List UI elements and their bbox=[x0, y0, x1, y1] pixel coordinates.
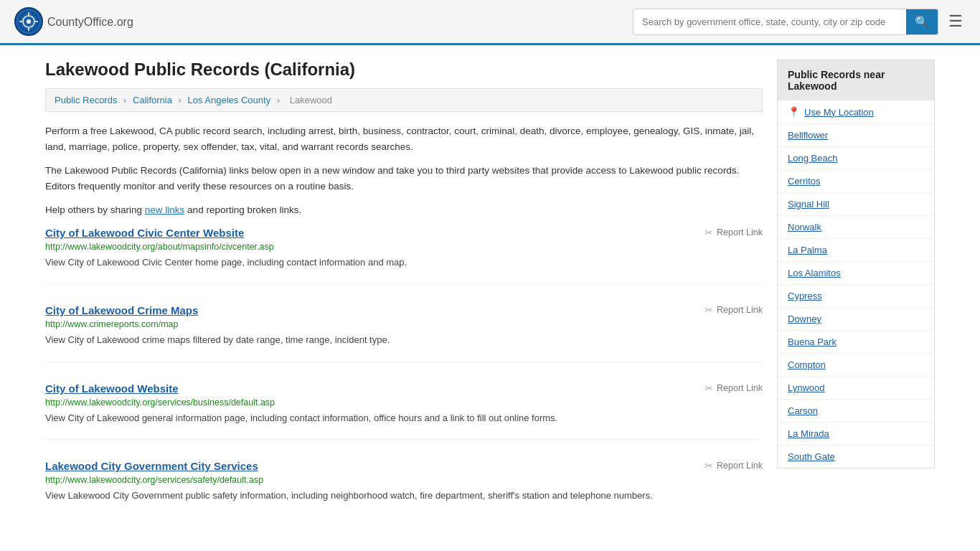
result-title-0[interactable]: City of Lakewood Civic Center Website bbox=[45, 227, 244, 239]
report-link-1[interactable]: ✂ Report Link bbox=[705, 304, 763, 316]
result-url-1[interactable]: http://www.crimereports.com/map bbox=[45, 319, 763, 329]
result-header-2: City of Lakewood Website ✂ Report Link bbox=[45, 382, 763, 395]
logo-suffix: .org bbox=[113, 16, 133, 28]
report-link-icon-3: ✂ bbox=[705, 460, 713, 471]
breadcrumb-lakewood: Lakewood bbox=[290, 95, 332, 105]
page-title: Lakewood Public Records (California) bbox=[45, 60, 763, 80]
result-entry-2: City of Lakewood Website ✂ Report Link h… bbox=[45, 382, 763, 441]
logo-name: CountyOffice bbox=[47, 16, 113, 28]
result-title-1[interactable]: City of Lakewood Crime Maps bbox=[45, 304, 198, 316]
report-link-icon-2: ✂ bbox=[705, 382, 713, 394]
sidebar-nearby-long-beach[interactable]: Long Beach bbox=[778, 147, 934, 170]
sidebar-nearby-lynwood[interactable]: Lynwood bbox=[778, 377, 934, 400]
sidebar-nearby-la-palma[interactable]: La Palma bbox=[778, 239, 934, 262]
sidebar-nearby-list: BellflowerLong BeachCerritosSignal HillN… bbox=[778, 124, 934, 468]
breadcrumb-public-records[interactable]: Public Records bbox=[55, 95, 117, 105]
menu-button[interactable]: ☰ bbox=[946, 9, 966, 34]
report-link-icon-0: ✂ bbox=[705, 227, 713, 238]
site-header: CountyOffice.org 🔍 ☰ bbox=[0, 0, 980, 45]
report-link-label-1: Report Link bbox=[717, 305, 763, 315]
sidebar-nearby-south-gate[interactable]: South Gate bbox=[778, 446, 934, 468]
report-link-label-2: Report Link bbox=[717, 383, 763, 393]
sidebar-nearby-cerritos[interactable]: Cerritos bbox=[778, 170, 934, 193]
use-my-location-link[interactable]: Use My Location bbox=[804, 107, 874, 118]
breadcrumb-california[interactable]: California bbox=[133, 95, 172, 105]
result-desc-3: View Lakewood City Government public saf… bbox=[45, 489, 763, 503]
logo-text: CountyOffice.org bbox=[47, 14, 133, 29]
location-pin-icon: 📍 bbox=[788, 106, 800, 118]
sidebar-nearby-bellflower[interactable]: Bellflower bbox=[778, 124, 934, 147]
results-list: City of Lakewood Civic Center Website ✂ … bbox=[45, 227, 763, 517]
logo-icon bbox=[14, 7, 43, 36]
result-desc-1: View City of Lakewood crime maps filtere… bbox=[45, 333, 763, 347]
logo-area: CountyOffice.org bbox=[14, 7, 133, 36]
result-entry-3: Lakewood City Government City Services ✂… bbox=[45, 460, 763, 517]
result-header-0: City of Lakewood Civic Center Website ✂ … bbox=[45, 227, 763, 239]
sidebar-nearby-norwalk[interactable]: Norwalk bbox=[778, 216, 934, 239]
header-right: 🔍 ☰ bbox=[633, 9, 966, 35]
new-links-link[interactable]: new links bbox=[145, 204, 185, 215]
result-header-1: City of Lakewood Crime Maps ✂ Report Lin… bbox=[45, 304, 763, 316]
breadcrumb-los-angeles[interactable]: Los Angeles County bbox=[188, 95, 271, 105]
result-entry-1: City of Lakewood Crime Maps ✂ Report Lin… bbox=[45, 304, 763, 362]
result-url-0[interactable]: http://www.lakewoodcity.org/about/mapsin… bbox=[45, 242, 763, 252]
sidebar: Public Records near Lakewood 📍 Use My Lo… bbox=[777, 60, 935, 537]
main-container: Lakewood Public Records (California) Pub… bbox=[24, 45, 956, 551]
report-link-label-0: Report Link bbox=[717, 227, 763, 237]
sidebar-nearby-los-alamitos[interactable]: Los Alamitos bbox=[778, 262, 934, 285]
sidebar-title: Public Records near Lakewood bbox=[778, 60, 934, 100]
result-desc-2: View City of Lakewood general informatio… bbox=[45, 411, 763, 425]
result-url-2[interactable]: http://www.lakewoodcity.org/services/bus… bbox=[45, 397, 763, 408]
sidebar-nearby-downey[interactable]: Downey bbox=[778, 308, 934, 331]
result-entry-0: City of Lakewood Civic Center Website ✂ … bbox=[45, 227, 763, 285]
result-desc-0: View City of Lakewood Civic Center home … bbox=[45, 255, 763, 270]
sidebar-nearby-carson[interactable]: Carson bbox=[778, 400, 934, 423]
result-title-2[interactable]: City of Lakewood Website bbox=[45, 382, 179, 395]
sidebar-nearby-la-mirada[interactable]: La Mirada bbox=[778, 423, 934, 446]
report-link-0[interactable]: ✂ Report Link bbox=[705, 227, 763, 238]
sidebar-nearby-compton[interactable]: Compton bbox=[778, 354, 934, 377]
report-link-icon-1: ✂ bbox=[705, 304, 713, 316]
result-url-3[interactable]: http://www.lakewoodcity.org/services/saf… bbox=[45, 475, 763, 485]
sidebar-nearby-cypress[interactable]: Cypress bbox=[778, 285, 934, 308]
breadcrumb: Public Records › California › Los Angele… bbox=[45, 88, 763, 112]
report-link-2[interactable]: ✂ Report Link bbox=[705, 382, 763, 394]
intro-paragraph-3: Help others by sharing new links and rep… bbox=[45, 202, 763, 218]
use-location[interactable]: 📍 Use My Location bbox=[778, 100, 934, 124]
sidebar-box: Public Records near Lakewood 📍 Use My Lo… bbox=[777, 60, 935, 468]
svg-point-2 bbox=[27, 19, 31, 24]
result-header-3: Lakewood City Government City Services ✂… bbox=[45, 460, 763, 472]
search-input[interactable] bbox=[633, 11, 906, 33]
sidebar-nearby-buena-park[interactable]: Buena Park bbox=[778, 331, 934, 354]
search-button[interactable]: 🔍 bbox=[906, 9, 938, 34]
search-bar: 🔍 bbox=[633, 9, 938, 35]
intro-paragraph-1: Perform a free Lakewood, CA public recor… bbox=[45, 123, 763, 154]
report-link-label-3: Report Link bbox=[717, 461, 763, 471]
sidebar-nearby-signal-hill[interactable]: Signal Hill bbox=[778, 193, 934, 216]
intro-paragraph-2: The Lakewood Public Records (California)… bbox=[45, 163, 763, 194]
report-link-3[interactable]: ✂ Report Link bbox=[705, 460, 763, 471]
content-area: Lakewood Public Records (California) Pub… bbox=[45, 60, 763, 537]
result-title-3[interactable]: Lakewood City Government City Services bbox=[45, 460, 258, 472]
